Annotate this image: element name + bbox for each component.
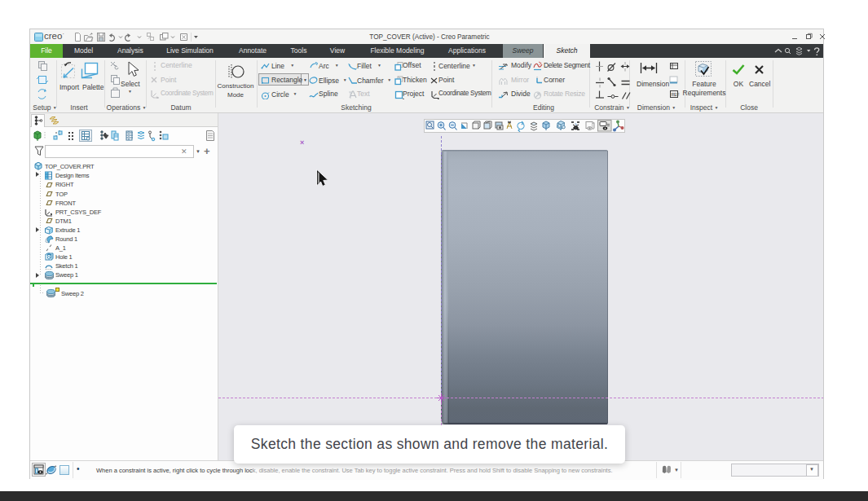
svg-text:REF: REF	[672, 92, 680, 97]
